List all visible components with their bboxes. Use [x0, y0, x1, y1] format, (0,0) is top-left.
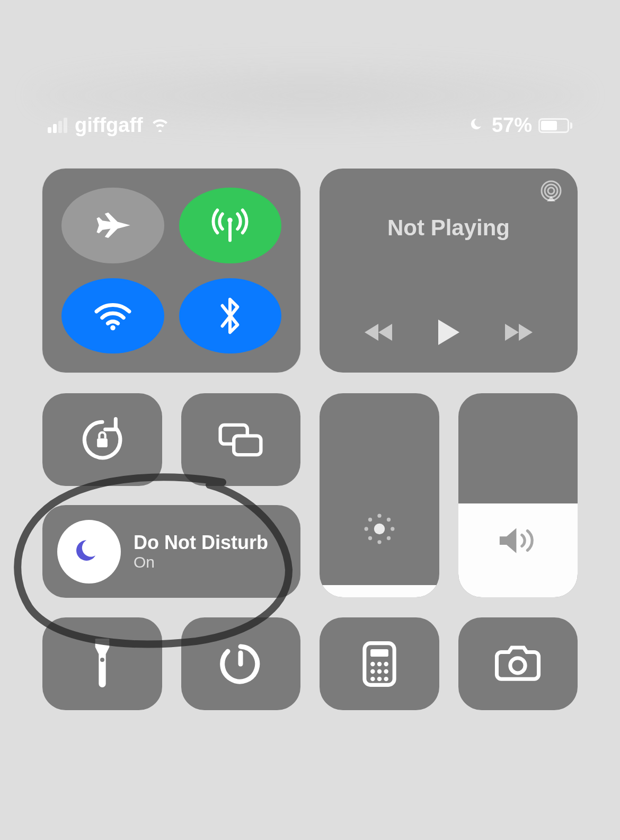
screen-mirroring-button[interactable] — [181, 393, 301, 486]
svg-point-28 — [377, 676, 382, 680]
status-left: giffgaff — [48, 114, 170, 137]
svg-point-15 — [368, 536, 372, 540]
cellular-signal-icon — [48, 118, 67, 133]
media-tile[interactable]: Not Playing — [320, 169, 578, 373]
cellular-data-toggle[interactable] — [179, 188, 282, 263]
dnd-text: Do Not Disturb On — [134, 532, 268, 571]
svg-point-11 — [364, 527, 368, 530]
dnd-status: On — [134, 553, 268, 571]
rewind-button[interactable] — [362, 321, 396, 346]
svg-rect-7 — [234, 436, 261, 455]
bluetooth-toggle[interactable] — [179, 278, 282, 354]
svg-point-30 — [510, 658, 525, 673]
svg-point-23 — [384, 661, 388, 666]
svg-point-21 — [370, 661, 375, 666]
sun-icon — [361, 510, 398, 550]
camera-button[interactable] — [458, 617, 578, 710]
timer-icon — [218, 642, 263, 686]
svg-point-13 — [368, 518, 372, 521]
battery-icon — [538, 118, 572, 133]
svg-point-12 — [391, 527, 394, 530]
control-center-row-1: Not Playing — [42, 169, 578, 373]
svg-point-8 — [374, 524, 385, 534]
svg-rect-20 — [370, 649, 388, 656]
calculator-button[interactable] — [320, 617, 439, 710]
speaker-icon — [495, 523, 540, 560]
svg-point-22 — [377, 661, 382, 666]
control-center-row-3 — [42, 617, 578, 710]
airplane-mode-toggle[interactable] — [61, 188, 164, 263]
svg-point-29 — [384, 676, 388, 680]
play-button[interactable] — [435, 317, 462, 349]
brightness-slider[interactable] — [320, 393, 439, 597]
rotation-lock-icon — [78, 416, 126, 464]
wifi-icon — [93, 300, 133, 332]
svg-rect-17 — [95, 639, 109, 641]
svg-point-9 — [377, 514, 381, 518]
volume-slider[interactable] — [458, 393, 578, 597]
antenna-icon — [210, 205, 250, 245]
wifi-icon — [150, 114, 170, 137]
svg-point-16 — [387, 536, 391, 540]
svg-point-3 — [545, 184, 557, 197]
dnd-title: Do Not Disturb — [134, 532, 268, 553]
svg-point-26 — [384, 669, 388, 673]
connectivity-tile[interactable] — [42, 169, 300, 373]
svg-point-25 — [377, 669, 382, 673]
svg-point-1 — [110, 325, 116, 331]
airplane-icon — [94, 207, 131, 244]
media-controls — [334, 317, 563, 349]
carrier-name: giffgaff — [75, 114, 143, 137]
bluetooth-icon — [217, 297, 243, 335]
orientation-lock-toggle[interactable] — [42, 393, 162, 486]
svg-point-27 — [370, 676, 375, 680]
control-center-row-2: Do Not Disturb On — [42, 393, 578, 597]
svg-point-18 — [100, 658, 104, 662]
svg-point-24 — [370, 669, 375, 673]
do-not-disturb-toggle[interactable]: Do Not Disturb On — [42, 505, 300, 598]
svg-point-14 — [387, 518, 391, 521]
timer-button[interactable] — [181, 617, 301, 710]
status-bar: giffgaff 57% — [0, 114, 620, 137]
dnd-circle — [57, 520, 121, 583]
airplay-icon[interactable] — [539, 180, 563, 206]
flashlight-button[interactable] — [42, 617, 162, 710]
camera-icon — [492, 645, 543, 683]
status-right: 57% — [471, 114, 572, 137]
brightness-fill — [320, 585, 439, 597]
moon-icon — [74, 536, 104, 567]
forward-button[interactable] — [501, 321, 535, 346]
svg-point-2 — [548, 188, 554, 194]
calculator-icon — [361, 640, 397, 688]
screen-mirroring-icon — [216, 420, 265, 460]
media-title: Not Playing — [334, 215, 563, 241]
svg-point-10 — [377, 540, 381, 544]
battery-percent: 57% — [492, 114, 532, 137]
moon-icon — [471, 114, 485, 137]
svg-rect-5 — [97, 438, 108, 447]
flashlight-icon — [90, 638, 115, 691]
svg-point-0 — [228, 218, 233, 223]
wifi-toggle[interactable] — [61, 278, 164, 354]
